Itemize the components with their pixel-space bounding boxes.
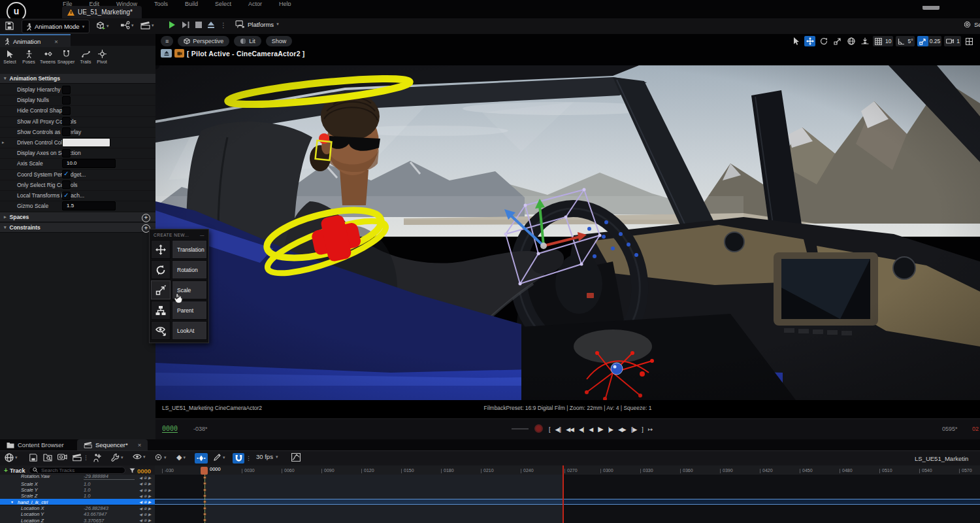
cinematics-button[interactable]: ▾ [140, 21, 154, 29]
keyframe-dot[interactable] [203, 476, 206, 479]
pilot-camera-button[interactable] [174, 49, 184, 58]
level-viewport[interactable]: ≡ Perspective Lit Show 10 5° 0.25 [155, 34, 980, 439]
track-value[interactable]: -29.888884 [84, 475, 135, 480]
play-options-ellipsis[interactable]: ⋮ [220, 22, 227, 29]
find-in-content-browser-button[interactable] [43, 453, 52, 462]
prev-keyframe-button[interactable]: ◀◀ [566, 426, 574, 433]
jump-to-start-button[interactable]: ◀|| [555, 426, 561, 433]
track-value[interactable]: 3.370657 [84, 518, 135, 523]
keyframe-options-dropdown[interactable]: ◆ ▾ [176, 453, 186, 462]
keyframe-dot[interactable] [203, 488, 206, 492]
prev-key-icon[interactable]: ◀ [139, 499, 142, 504]
checkbox-checked[interactable]: ✓ [62, 192, 71, 200]
add-spawnable-button[interactable] [93, 453, 102, 462]
current-frame-display[interactable]: 0000 [162, 425, 178, 433]
add-key-icon[interactable]: ⊕ [144, 499, 147, 504]
scale-tool-button[interactable] [832, 36, 843, 46]
keyframe-dot[interactable] [203, 507, 206, 510]
play-icon[interactable] [167, 20, 176, 29]
checkbox[interactable] [62, 86, 71, 94]
prev-key-icon[interactable]: ◀ [139, 481, 142, 486]
step-back-button[interactable]: ◀| [579, 426, 583, 433]
next-key-icon[interactable]: ▶ [148, 488, 152, 492]
world-dropdown[interactable]: ▾ [5, 453, 18, 462]
add-key-icon[interactable]: ⊕ [144, 506, 147, 511]
world-coord-button[interactable] [845, 36, 857, 46]
sequencer-frame-display[interactable]: 0000 [137, 467, 151, 475]
prev-key-icon[interactable]: ◀ [139, 512, 142, 516]
add-actor-button[interactable]: + ▾ [95, 21, 109, 31]
menu-item-translation[interactable]: Translation [151, 240, 207, 259]
add-track-button[interactable]: Track [10, 467, 25, 474]
snap-options-ellipsis[interactable]: ⋮ [246, 455, 252, 462]
end-marker-tick[interactable] [563, 465, 564, 475]
section-spaces[interactable]: ▸ Spaces + [0, 212, 155, 222]
tab-animation[interactable]: Animation × [0, 34, 71, 47]
playback-options-dropdown[interactable]: ▾ [154, 453, 167, 462]
end-marker-line[interactable] [563, 475, 564, 523]
add-key-icon[interactable]: ⊕ [144, 494, 147, 498]
save-sequence-button[interactable] [29, 453, 38, 462]
keyframe-dot[interactable] [203, 494, 206, 498]
blueprints-button[interactable]: ▾ [120, 21, 134, 29]
menu-item-rotation[interactable]: Rotation [151, 260, 207, 279]
add-key-icon[interactable]: ⊕ [144, 512, 147, 516]
prev-key-icon[interactable]: ◀ [139, 506, 142, 511]
render-options-ellipsis[interactable]: ⋮ [83, 454, 89, 461]
platforms-dropdown[interactable]: Platforms ▾ [235, 20, 279, 28]
tool-select[interactable]: Select [0, 50, 20, 64]
edit-mode-dropdown[interactable]: ▾ [213, 453, 225, 462]
menu-file[interactable]: File [63, 1, 73, 6]
tab-content-browser[interactable]: Content Browser [0, 439, 71, 450]
stop-icon[interactable] [195, 22, 202, 28]
stop-piloting-button[interactable] [161, 49, 172, 58]
viewport-3d-scene[interactable] [155, 65, 980, 400]
menu-tools[interactable]: Tools [154, 1, 168, 6]
grid-snap-group[interactable]: 10 [873, 36, 892, 46]
track-row-location-z[interactable]: Location Z 3.370657 ◀⊕▶ [0, 517, 155, 523]
search-input[interactable] [40, 467, 114, 474]
menu-edit[interactable]: Edit [90, 1, 100, 6]
section-constraints[interactable]: ▾ Constraints + [0, 223, 155, 233]
record-button[interactable] [534, 424, 543, 433]
next-key-icon[interactable]: ▶ [148, 506, 152, 511]
checkbox[interactable] [62, 149, 71, 158]
play-button[interactable]: ▶ [598, 425, 602, 433]
next-keyframe-button[interactable]: ◀▶ [618, 426, 626, 433]
color-swatch[interactable] [62, 138, 110, 147]
prev-key-icon[interactable]: ◀ [139, 518, 142, 522]
loop-mode-button[interactable]: ↦ [648, 426, 653, 433]
fps-dropdown[interactable]: 30 fps ▾ [256, 453, 278, 460]
add-key-icon[interactable]: ⊕ [144, 518, 147, 522]
keyframe-dot[interactable] [203, 482, 206, 485]
range-start-bracket[interactable]: [ [549, 426, 550, 433]
viewport-options-button[interactable]: ≡ [161, 36, 173, 46]
add-key-icon[interactable]: ⊕ [144, 481, 147, 486]
prev-key-icon[interactable]: ◀ [139, 475, 142, 480]
create-camera-button[interactable] [57, 453, 67, 461]
render-movie-button[interactable]: ⋮ [72, 453, 89, 462]
menu-drag-handle[interactable]: — [200, 233, 204, 237]
checkbox[interactable] [62, 96, 71, 105]
close-icon[interactable]: × [54, 38, 58, 45]
track-search-box[interactable] [29, 467, 125, 474]
maximize-viewport-button[interactable] [964, 36, 975, 46]
sequencer-time-ruler[interactable]: -030 0030 0060 0090 0120 0150 0180 0210 … [155, 465, 980, 475]
section-animation-settings[interactable]: ▾ Animation Settings [0, 74, 155, 84]
select-tool-button[interactable] [791, 36, 802, 46]
window-control-partial[interactable] [923, 6, 939, 10]
next-key-icon[interactable]: ▶ [148, 475, 152, 480]
next-key-icon[interactable]: ▶ [148, 518, 152, 522]
add-key-icon[interactable]: ⊕ [144, 475, 147, 480]
translate-tool-button[interactable] [804, 36, 815, 46]
lit-dropdown[interactable]: Lit [234, 36, 261, 46]
save-button[interactable] [5, 21, 14, 31]
close-icon[interactable]: × [138, 441, 142, 448]
sequencer-settings-dropdown[interactable]: ▾ [111, 453, 123, 462]
skip-icon[interactable] [182, 21, 190, 29]
context-menu-title-row[interactable]: CREATE NEW... — [150, 229, 208, 240]
sequencer-timeline[interactable] [155, 475, 980, 523]
rotation-snap-group[interactable]: 5° [896, 36, 915, 46]
expand-caret-icon[interactable]: ▾ [11, 499, 13, 504]
add-track-plus-icon[interactable]: + [4, 467, 8, 474]
